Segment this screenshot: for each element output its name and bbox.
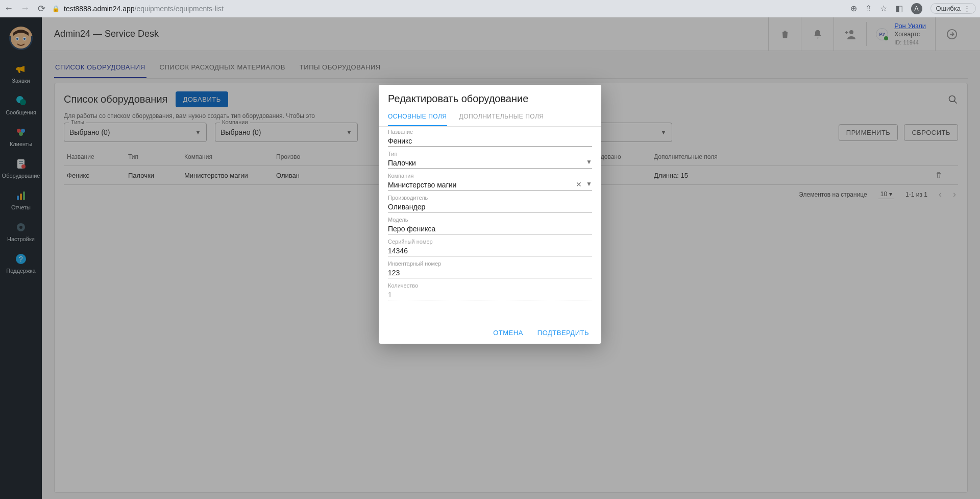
reload-icon[interactable]: ⟳ xyxy=(37,4,46,13)
url-path: /equipments/equipments-list xyxy=(135,5,224,13)
modal-actions: ОТМЕНА ПОДТВЕРДИТЬ xyxy=(379,322,601,344)
field-quantity: Количество xyxy=(388,282,592,300)
url-host: test8888.admin24.app xyxy=(64,5,135,13)
inventory-input[interactable] xyxy=(388,267,592,278)
profile-avatar[interactable]: A xyxy=(911,3,922,14)
field-maker: Производитель xyxy=(388,195,592,212)
kebab-icon: ⋮ xyxy=(964,5,970,12)
error-label: Ошибка xyxy=(936,5,961,12)
address-bar[interactable]: 🔒 test8888.admin24.app/equipments/equipm… xyxy=(52,5,844,13)
star-icon[interactable]: ☆ xyxy=(880,4,887,13)
browser-actions: ⊕ ⇪ ☆ ◧ A Ошибка ⋮ xyxy=(850,3,976,14)
back-icon[interactable]: ← xyxy=(4,4,13,13)
clear-icon[interactable]: ✕ xyxy=(576,180,582,188)
modal-title: Редактировать оборудование xyxy=(379,85,601,108)
lock-icon: 🔒 xyxy=(52,5,60,12)
modal-tab-main[interactable]: ОСНОВНЫЕ ПОЛЯ xyxy=(388,108,447,126)
confirm-button[interactable]: ПОДТВЕРДИТЬ xyxy=(537,329,589,337)
maker-input[interactable] xyxy=(388,201,592,212)
serial-input[interactable] xyxy=(388,245,592,256)
field-serial: Серийный номер xyxy=(388,239,592,256)
field-name: Название xyxy=(388,129,592,147)
chevron-down-icon[interactable]: ▼ xyxy=(586,158,592,165)
edit-equipment-modal: Редактировать оборудование ОСНОВНЫЕ ПОЛЯ… xyxy=(379,85,601,344)
name-input[interactable] xyxy=(388,135,592,147)
error-chip[interactable]: Ошибка ⋮ xyxy=(930,3,976,14)
modal-tabs: ОСНОВНЫЕ ПОЛЯ ДОПОЛНИТЕЛЬНЫЕ ПОЛЯ xyxy=(379,108,601,127)
type-select[interactable] xyxy=(388,157,592,169)
zoom-icon[interactable]: ⊕ xyxy=(850,4,857,13)
share-icon[interactable]: ⇪ xyxy=(865,4,872,13)
browser-nav: ← → ⟳ xyxy=(4,4,46,13)
field-inventory: Инвентарный номер xyxy=(388,260,592,278)
chevron-down-icon[interactable]: ▼ xyxy=(586,180,592,187)
field-company: Компания ✕ ▼ xyxy=(388,173,592,191)
modal-overlay[interactable]: Редактировать оборудование ОСНОВНЫЕ ПОЛЯ… xyxy=(0,17,980,499)
model-input[interactable] xyxy=(388,223,592,234)
panel-icon[interactable]: ◧ xyxy=(895,4,903,13)
browser-chrome: ← → ⟳ 🔒 test8888.admin24.app/equipments/… xyxy=(0,0,980,17)
company-select[interactable] xyxy=(388,179,592,191)
app-root: Заявки Сообщения Клиенты Оборудование От… xyxy=(0,17,980,499)
forward-icon[interactable]: → xyxy=(20,4,30,13)
modal-body: Название Тип ▼ Компания ✕ ▼ Производител… xyxy=(379,127,601,306)
quantity-input[interactable] xyxy=(388,289,592,300)
cancel-button[interactable]: ОТМЕНА xyxy=(493,329,523,337)
field-model: Модель xyxy=(388,217,592,234)
modal-tab-extra[interactable]: ДОПОЛНИТЕЛЬНЫЕ ПОЛЯ xyxy=(459,108,544,126)
field-type: Тип ▼ xyxy=(388,151,592,169)
